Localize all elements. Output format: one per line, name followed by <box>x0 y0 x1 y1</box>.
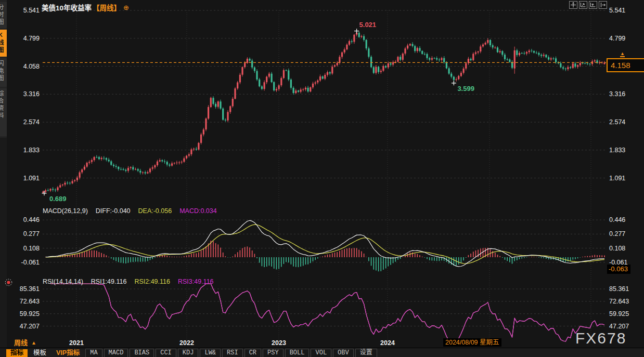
rsi2-line <box>50 284 604 341</box>
toolbar-tab-obv[interactable]: OBV <box>333 349 354 357</box>
chart-title-row: 美债10年收益率 【周线】 ⊕ <box>42 2 129 12</box>
macd-header[interactable]: MACD(26,12,9) DIFF:-0.040 DEA:-0.056 MAC… <box>43 207 217 215</box>
rsi-line <box>50 284 604 341</box>
macd-axis-label-right: 0.446 <box>609 216 625 223</box>
main-axis-label-right: 3.316 <box>609 90 625 98</box>
indicator-toolbar: 指标模板VIP指标MAMACDBIASCCIKDJLW&RSICRPSYBOLL… <box>0 348 644 357</box>
add-compare-icon[interactable]: ⊕ <box>123 4 129 11</box>
sidebar-lower-fill <box>0 138 7 348</box>
macd-macd-value: MACD:0.034 <box>179 207 217 215</box>
macd-last-value-badge: -0.063 <box>607 265 630 274</box>
toolbar-tab-rsi[interactable]: RSI <box>222 349 243 357</box>
main-axis-label-right: 4.799 <box>609 35 625 42</box>
macd-diff-line <box>46 220 604 267</box>
toolbar-tab-[interactable]: 设置 <box>355 349 377 357</box>
last-price-badge: 4.158 <box>607 58 644 72</box>
sidebar-tab-4[interactable]: 综合资料 <box>0 88 7 136</box>
period-selector-label: 周线 <box>14 339 28 347</box>
year-label-2022: 2022 <box>179 339 194 347</box>
extreme-cross-markers <box>42 29 456 195</box>
year-label-2023: 2023 <box>272 339 286 347</box>
toolbar-tab-lw[interactable]: LW& <box>200 349 221 357</box>
rsi3-value: RSI3:49.116 <box>178 278 214 285</box>
sidebar: 分时图K线图闪电图综合资料 <box>0 0 7 348</box>
date-badge: 2024/08/09 星期五 <box>443 338 501 347</box>
sidebar-tab-label: 分时图 <box>0 2 4 26</box>
toolbar-tab-boll[interactable]: BOLL <box>285 349 310 357</box>
rsi-header[interactable]: RSI(14,14,14) RSI1:49.116 RSI2:49.116 RS… <box>43 278 214 285</box>
rsi-axis-label-right: 72.643 <box>609 298 629 305</box>
chart-app: 5.5415.5414.7994.7994.0584.0583.3163.316… <box>0 0 644 357</box>
low-price-annotation: 3.599 <box>457 85 474 92</box>
toolbar-tab-macd[interactable]: MACD <box>104 349 128 357</box>
rsi2-value: RSI2:49.116 <box>134 278 170 285</box>
rsi-axis-label-right: 59.925 <box>609 310 629 318</box>
candlestick-series <box>42 30 605 193</box>
toolbar-tab-vip[interactable]: VIP指标 <box>52 349 84 357</box>
crosshair-tool-icon[interactable] <box>569 1 577 9</box>
sidebar-tab-label: K线图 <box>0 30 4 54</box>
rsi-axis-label-right: 47.207 <box>609 323 629 330</box>
period-tag: 【周线】 <box>93 2 121 12</box>
main-axis-label-right: 1.091 <box>609 175 625 182</box>
toolbar-tab-[interactable]: 指标 <box>6 349 28 357</box>
page-title: 美债10年收益率 <box>42 2 92 12</box>
macd-dea-line <box>46 224 604 263</box>
macd-axis-label-right: 0.277 <box>609 230 625 237</box>
macd-axis-label-right: 0.108 <box>609 245 625 252</box>
toolbar-tab-psy[interactable]: PSY <box>263 349 284 357</box>
chart-canvas[interactable] <box>0 0 644 357</box>
toolbar-tab-cci[interactable]: CCI <box>156 349 176 357</box>
sidebar-tab-label: 综合资料 <box>0 88 4 120</box>
main-axis-label-right: 1.833 <box>609 147 625 154</box>
toolbar-tab-vol[interactable]: VOL <box>311 349 331 357</box>
main-axis-label-right: 5.541 <box>609 7 625 14</box>
price-up-arrow-icon: ▲ <box>620 51 625 57</box>
macd-diff-value: DIFF:-0.040 <box>96 207 131 215</box>
start-low-annotation: 0.689 <box>49 195 67 203</box>
axis-pan-icon[interactable] <box>589 1 597 9</box>
macd-params-label: MACD(26,12,9) <box>43 207 88 215</box>
sidebar-tab-2[interactable]: K线图 <box>0 30 7 57</box>
sidebar-tab-1[interactable]: 分时图 <box>0 2 7 28</box>
rsi-params-label: RSI(14,14,14) <box>43 278 83 285</box>
period-selector[interactable]: 周线 ▲ <box>14 339 36 347</box>
sidebar-tab-3[interactable]: 闪电图 <box>0 58 7 87</box>
last-price-value: 4.158 <box>611 61 630 70</box>
live-alert-icon[interactable] <box>4 278 13 287</box>
macd-dea-value: DEA:-0.056 <box>138 207 172 215</box>
triangle-up-icon: ▲ <box>31 339 36 347</box>
sidebar-tab-label: 闪电图 <box>0 58 4 82</box>
toolbar-tab-ma[interactable]: MA <box>85 349 102 357</box>
chart-tools <box>569 1 607 9</box>
axis-scale-y-icon[interactable] <box>579 1 587 9</box>
fx678-watermark: FX678 <box>575 329 626 347</box>
main-axis-label-right: 2.574 <box>609 118 625 126</box>
toolbar-tab-bias[interactable]: BIAS <box>130 349 154 357</box>
toolbar-tab-[interactable]: 模板 <box>29 349 50 357</box>
toolbar-tab-kdj[interactable]: KDJ <box>178 349 199 357</box>
rsi1-value: RSI1:49.116 <box>91 278 127 285</box>
toolbar-tab-cr[interactable]: CR <box>244 349 261 357</box>
rsi-axis-label-right: 85.361 <box>609 285 629 293</box>
year-label-2024: 2024 <box>380 339 395 347</box>
year-label-2021: 2021 <box>69 339 84 347</box>
pane-right-icon[interactable] <box>599 1 607 9</box>
high-price-annotation: 5.021 <box>359 21 377 29</box>
